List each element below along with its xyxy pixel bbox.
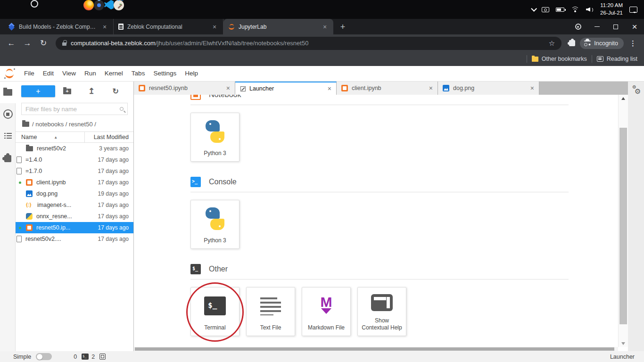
browser-tab[interactable]: JupyterLab	[223, 19, 333, 34]
extensions-icon[interactable]	[569, 40, 575, 46]
launcher-card[interactable]: Show Contextual Help	[357, 287, 406, 336]
tray-chevron-icon[interactable]	[531, 6, 537, 12]
close-button[interactable]	[625, 19, 644, 34]
simple-mode-label: Simple	[13, 354, 31, 360]
sidebar-tab-running-sessions[interactable]	[0, 103, 16, 125]
file-list-item[interactable]: resnet50v2.... 17 days ago	[16, 233, 133, 245]
scrollbar-thumb[interactable]	[135, 347, 614, 351]
scroll-up-icon[interactable]	[621, 97, 625, 100]
menu-item[interactable]: Run	[80, 66, 100, 81]
menu-item[interactable]: View	[58, 66, 80, 81]
reading-list[interactable]: Reading list	[597, 56, 637, 62]
browser-tab[interactable]: Build Models - Zeblok Computati	[4, 19, 114, 34]
file-list-item[interactable]: resnet50v2 3 years ago	[16, 143, 133, 154]
file-list-item[interactable]: onnx_resne... 17 days ago	[16, 211, 133, 222]
new-folder-button[interactable]	[55, 89, 79, 94]
cast-icon[interactable]	[542, 7, 549, 12]
back-button[interactable]: ←	[5, 37, 18, 50]
wifi-icon[interactable]	[571, 7, 579, 13]
launcher-card[interactable]: Terminal	[190, 287, 239, 336]
launcher-card[interactable]: Python 3	[190, 200, 239, 249]
taskbar-app[interactable]	[83, 0, 94, 10]
menu-item[interactable]: Tabs	[127, 66, 149, 81]
menu-item[interactable]: Kernel	[100, 66, 127, 81]
reload-button[interactable]: ↻	[37, 37, 50, 50]
launcher-card[interactable]: Markdown File	[302, 287, 351, 336]
column-header-modified[interactable]: Last Modified	[85, 134, 133, 140]
menu-item[interactable]: File	[20, 66, 39, 81]
file-list-item[interactable]: imagenet-s... 17 days ago	[16, 199, 133, 211]
new-launcher-button[interactable]	[21, 85, 55, 97]
lock-icon[interactable]	[62, 42, 66, 46]
file-list-item[interactable]: =1.4.0 17 days ago	[16, 154, 133, 165]
maximize-button[interactable]	[606, 19, 625, 34]
file-list-item[interactable]: resnet50.ip... 17 days ago	[16, 222, 133, 233]
taskbar-app[interactable]	[61, 0, 83, 19]
document-tab[interactable]: dog.png	[438, 82, 539, 95]
sidebar-tab-file-browser[interactable]	[0, 82, 16, 103]
terminal-status-icon[interactable]	[82, 354, 89, 360]
sidebar-tab-extension-manager[interactable]	[0, 147, 16, 168]
clock[interactable]: 11:20 AM 26-Jul-21	[600, 2, 623, 16]
taskbar-app[interactable]	[94, 0, 104, 10]
scrollbar-thumb[interactable]	[619, 128, 627, 324]
volume-icon[interactable]	[586, 7, 594, 13]
tab-close-icon[interactable]	[321, 23, 329, 31]
document-tab-close-icon[interactable]	[226, 85, 230, 91]
notification-center-icon[interactable]	[629, 7, 637, 13]
browser-tab[interactable]: Zeblok Computational	[114, 19, 223, 34]
horizontal-scrollbar[interactable]	[134, 347, 618, 351]
sidebar-tab-table-of-contents[interactable]	[0, 125, 16, 147]
file-list-item[interactable]: dog.png 19 days ago	[16, 188, 133, 199]
menu-item[interactable]: Edit	[39, 66, 58, 81]
simple-mode-toggle[interactable]	[36, 353, 52, 360]
tab-close-icon[interactable]	[101, 23, 108, 31]
home-folder-icon[interactable]	[22, 122, 29, 127]
other-bookmarks[interactable]: Other bookmarks	[532, 56, 587, 62]
section-divider	[190, 105, 569, 105]
tab-close-icon[interactable]	[211, 23, 218, 31]
file-modified: 17 days ago	[83, 224, 129, 231]
document-tab-icon	[240, 86, 246, 91]
launcher-card[interactable]: Text File	[246, 287, 295, 336]
file-list-item[interactable]: =1.7.0 17 days ago	[16, 165, 133, 177]
vertical-scrollbar[interactable]	[618, 95, 628, 347]
refresh-button[interactable]	[104, 88, 128, 95]
kernel-count[interactable]: 0	[74, 354, 77, 360]
terminal-count[interactable]: 2	[91, 354, 95, 360]
minimize-button[interactable]	[587, 19, 606, 34]
filter-files-input[interactable]	[25, 106, 120, 113]
menu-item[interactable]: Settings	[149, 66, 181, 81]
launcher-section-console: Console Python 3	[190, 175, 569, 263]
file-list-item[interactable]: client.ipynb 17 days ago	[16, 177, 133, 188]
document-tab-close-icon[interactable]	[328, 85, 331, 92]
file-type-icon	[26, 190, 33, 197]
taskbar-app[interactable]	[104, 0, 114, 9]
taskbar-app[interactable]	[38, 0, 61, 19]
extension-record-icon[interactable]	[569, 19, 587, 34]
file-type-icon	[17, 156, 22, 163]
taskbar-app[interactable]	[0, 0, 8, 8]
document-tab[interactable]: Launcher	[235, 82, 337, 95]
battery-icon[interactable]	[556, 8, 564, 12]
document-tab-close-icon[interactable]	[429, 85, 433, 91]
browser-menu-icon[interactable]	[627, 39, 639, 48]
document-tab[interactable]: resnet50.ipynb	[134, 82, 235, 95]
taskbar-app[interactable]	[8, 0, 31, 19]
kernel-chip-icon[interactable]	[99, 354, 106, 360]
taskbar-app[interactable]	[31, 0, 38, 8]
new-tab-button[interactable]	[336, 20, 349, 33]
jupyter-logo-icon	[4, 68, 16, 79]
menu-item[interactable]: Help	[181, 66, 202, 81]
column-header-name[interactable]: Name	[16, 132, 85, 142]
address-bar[interactable]: computational-beta.zeblok.com/jhub/user/…	[56, 37, 561, 50]
scroll-down-icon[interactable]	[621, 342, 625, 345]
document-tab[interactable]: client.ipynb	[337, 82, 438, 95]
taskbar-app[interactable]	[114, 0, 124, 10]
launcher-card[interactable]: Python 3	[190, 113, 239, 162]
document-tab-close-icon[interactable]	[530, 85, 534, 91]
forward-button[interactable]: →	[21, 37, 34, 50]
bookmark-star-icon[interactable]	[549, 39, 555, 48]
breadcrumb[interactable]: / notebooks / resnet50 /	[16, 118, 133, 131]
upload-button[interactable]	[79, 87, 103, 95]
